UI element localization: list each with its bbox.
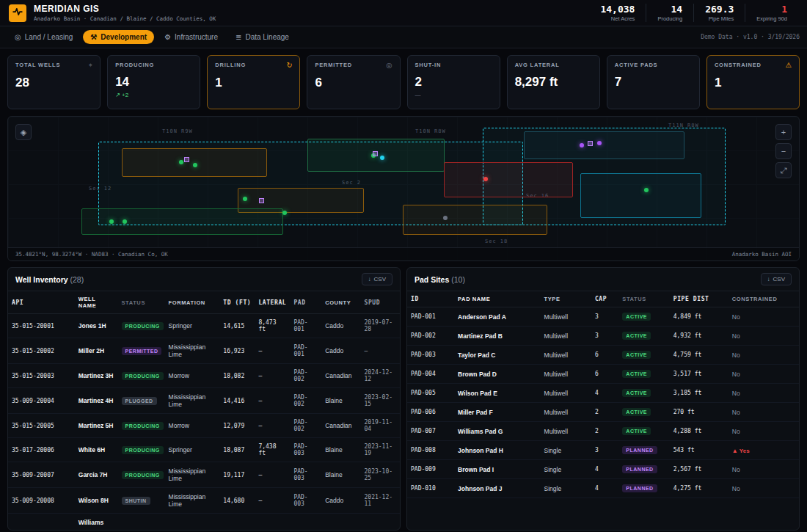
column-header-name[interactable]: Pad Name — [454, 291, 540, 307]
alert-icon: ⚠ — [785, 62, 792, 69]
lease-tract[interactable] — [403, 205, 547, 235]
well-marker[interactable] — [243, 197, 247, 201]
well-marker[interactable] — [443, 216, 448, 220]
well-marker[interactable] — [179, 160, 183, 164]
kpi-total-wells[interactable]: TOTAL WELLS⌖ 28 — [7, 55, 101, 109]
build-info: Demo Data · v1.0 · 3/19/2026 — [701, 34, 800, 40]
well-marker[interactable] — [644, 188, 649, 192]
zoom-in-button[interactable]: + — [775, 124, 792, 140]
panel-title: Well Inventory (28) — [15, 275, 84, 284]
kpi-constrained[interactable]: CONSTRAINED⚠ 1 — [706, 55, 800, 109]
column-header-spud[interactable]: Spud — [361, 291, 400, 314]
table-row[interactable]: PAD-009Brown Pad ISingle4PLANNED2,567 ft… — [407, 460, 799, 479]
export-csv-button[interactable]: ↓ CSV — [362, 273, 392, 285]
pad-sites-table: IDPad NameTypeCapStatusPipe DistConstrai… — [407, 291, 799, 498]
table-row[interactable]: PAD-004Brown Pad DMultiwell6ACTIVE3,517 … — [407, 365, 799, 384]
column-header-county[interactable]: County — [321, 291, 360, 314]
zoom-out-button[interactable]: − — [775, 143, 792, 159]
table-row[interactable]: 35-009-20007Garcia 7HPRODUCINGMississipp… — [8, 462, 400, 488]
activity-icon — [12, 7, 23, 20]
kpi-value: 2 — [415, 75, 492, 90]
table-row[interactable]: 35-015-20005Martinez 5HPRODUCINGMorrow12… — [8, 414, 400, 438]
table-row[interactable]: 35-015-20002Miller 2HPERMITTEDMississipp… — [8, 338, 400, 364]
column-header-cap[interactable]: Cap — [591, 291, 618, 307]
app-logo — [9, 4, 26, 22]
kpi-sub: — — [415, 92, 492, 98]
kpi-drilling[interactable]: DRILLING↻ 1 — [207, 55, 300, 109]
zoom-out-icon: − — [781, 147, 786, 156]
table-row[interactable]: 35-009-20008Wilson 8HSHUTINMississippian… — [8, 488, 400, 514]
nav-tab-data-lineage[interactable]: ≣ Data Lineage — [228, 30, 296, 44]
column-header-name[interactable]: Well Name — [75, 291, 118, 314]
nav-tab-development[interactable]: ⚒ Development — [83, 30, 154, 44]
column-header-type[interactable]: Type — [541, 291, 591, 307]
table-row[interactable]: 35-017-20006White 6HPRODUCINGSpringer18,… — [8, 438, 400, 462]
table-row[interactable]: PAD-005Wilson Pad EMultiwell4ACTIVE3,185… — [407, 384, 799, 403]
stat-value: 14,038 — [600, 4, 635, 15]
layers-icon: ◈ — [21, 128, 26, 137]
pad-marker[interactable] — [259, 198, 264, 203]
hammer-icon: ⚒ — [90, 33, 97, 41]
map-canvas[interactable]: ◈ + − ⤢ T10N R9W T10N R8W T11N R8W Sec 1… — [7, 116, 800, 261]
section-label: Sec 18 — [485, 238, 508, 244]
well-marker[interactable] — [109, 219, 114, 224]
well-marker[interactable] — [580, 143, 584, 147]
kpi-label: CONSTRAINED — [715, 62, 762, 68]
status-badge: ACTIVE — [622, 313, 651, 321]
table-row[interactable]: PAD-001Anderson Pad AMultiwell3ACTIVE4,8… — [407, 307, 799, 327]
table-row[interactable]: PAD-010Johnson Pad JSingle4PLANNED4,275 … — [407, 479, 799, 498]
table-header-row: APIWell NameStatusFormationTD (ft)Latera… — [8, 291, 400, 314]
table-row[interactable]: PAD-002Martinez Pad BMultiwell3ACTIVE4,9… — [407, 327, 799, 346]
lease-tract[interactable] — [580, 173, 701, 218]
well-marker[interactable] — [282, 211, 287, 215]
column-header-pad[interactable]: Pad — [290, 291, 321, 314]
layers-button[interactable]: ◈ — [15, 124, 32, 140]
column-header-constrained[interactable]: Constrained — [729, 291, 799, 307]
well-marker[interactable] — [123, 219, 127, 224]
kpi-shut-in[interactable]: SHUT-IN 2 — — [407, 55, 500, 109]
kpi-value: 1 — [715, 76, 792, 90]
column-header-pipe[interactable]: Pipe Dist — [670, 291, 729, 307]
column-header-api[interactable]: API — [8, 291, 75, 314]
fullscreen-button[interactable]: ⤢ — [775, 162, 792, 178]
column-header-status[interactable]: Status — [118, 291, 165, 314]
status-badge: ACTIVE — [622, 370, 651, 378]
aoi-label: Anadarko Basin AOI — [732, 251, 792, 258]
kpi-producing[interactable]: PRODUCING 14 ↗ +2 — [107, 55, 200, 109]
table-row[interactable]: PAD-008Johnson Pad HSingle3PLANNED543 ft… — [407, 441, 799, 460]
kpi-value: 8,297 ft — [515, 75, 592, 90]
nav-tab-land-leasing[interactable]: ◎ Land / Leasing — [7, 30, 80, 44]
status-badge: PLANNED — [622, 465, 657, 473]
header-stats: 14,038 Net Acres 14 Producing 269.3 Pipe… — [589, 4, 798, 22]
well-marker[interactable] — [597, 141, 602, 145]
app-title-block: MERIDIAN GIS Anadarko Basin · Canadian /… — [34, 4, 216, 22]
column-header-lateral[interactable]: Lateral — [255, 291, 290, 314]
status-badge: PRODUCING — [122, 422, 164, 430]
export-csv-button[interactable]: ↓ CSV — [761, 273, 792, 285]
well-marker[interactable] — [380, 156, 384, 160]
table-row[interactable]: PAD-007Williams Pad GMultiwell2ACTIVE4,2… — [407, 422, 799, 441]
lease-tract[interactable] — [524, 131, 684, 159]
table-row[interactable]: 35-009-20004Martinez 4HPLUGGEDMississipp… — [8, 388, 400, 414]
well-marker[interactable] — [193, 163, 197, 167]
column-header-status[interactable]: Status — [618, 291, 669, 307]
kpi-active-pads[interactable]: ACTIVE PADS 7 — [607, 55, 700, 109]
stat-label: Pipe Miles — [705, 15, 734, 22]
pad-marker[interactable] — [184, 157, 189, 162]
kpi-permitted[interactable]: PERMITTED◎ 6 — [307, 55, 400, 109]
nav-tab-infrastructure[interactable]: ⚙ Infrastructure — [157, 30, 225, 44]
column-header-formation[interactable]: Formation — [165, 291, 220, 314]
column-header-td[interactable]: TD (ft) — [219, 291, 255, 314]
table-row[interactable]: PAD-006Miller Pad FMultiwell2ACTIVE270 f… — [407, 403, 799, 422]
table-row[interactable]: 35-015-20003Martinez 3HPRODUCINGMorrow18… — [8, 364, 400, 388]
kpi-avg-lateral[interactable]: AVG LATERAL 8,297 ft — [507, 55, 600, 109]
well-marker[interactable] — [483, 177, 488, 181]
column-header-id[interactable]: ID — [407, 291, 454, 307]
pad-marker[interactable] — [373, 151, 378, 156]
lease-tract[interactable] — [444, 162, 573, 197]
pad-marker[interactable] — [588, 141, 593, 146]
pad-count: (10) — [451, 275, 465, 284]
table-row[interactable]: PAD-003Taylor Pad CMultiwell6ACTIVE4,759… — [407, 346, 799, 365]
table-row[interactable]: 35-015-20001Jones 1HPRODUCINGSpringer14,… — [8, 314, 400, 338]
table-row[interactable]: Williams — [8, 514, 400, 531]
